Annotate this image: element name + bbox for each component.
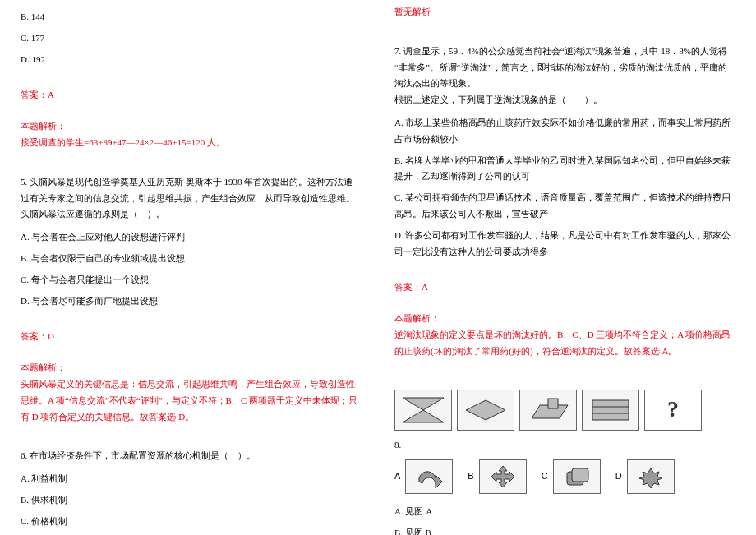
q8-choice-c-label: C [542, 468, 548, 485]
q7-explanation-label: 本题解析： [394, 311, 735, 327]
q8-choice-b-icon [479, 459, 527, 494]
q4-option-d: D. 192 [21, 52, 362, 68]
q8-choice-a-icon [405, 459, 453, 494]
q8-fig-1-icon [394, 390, 452, 431]
q8-fig-2-icon [457, 390, 514, 431]
q8-choice-d-icon [627, 459, 675, 494]
q5-answer: 答案：D [21, 329, 362, 345]
q7-option-d: D. 许多公司都有对工作发牢骚的人，结果，凡是公司中有对工作发牢骚的人，那家公司… [394, 228, 735, 261]
q5-explanation-text: 头脑风暴定义的关键信息是：信息交流，引起思维共鸣，产生组合效应，导致创造性思维。… [21, 376, 362, 425]
no-explanation: 暂无解析 [394, 4, 735, 21]
q8-option-b: B. 见图 B [394, 525, 735, 535]
q8-fig-4-icon [582, 390, 639, 431]
q8-choice-a-label: A [394, 468, 400, 485]
q5-stem: 5. 头脑风暴是现代创造学奠基人亚历克斯·奥斯本于 1938 年首次提出的。这种… [21, 174, 362, 223]
q7-explanation-text: 逆淘汰现象的定义要点是坏的淘汰好的。B、C、D 三项均不符合定义；A 项价格高昂… [394, 327, 735, 360]
q8-choice-b-label: B [468, 468, 473, 485]
svg-marker-10 [639, 468, 662, 488]
svg-marker-7 [491, 466, 514, 487]
q5-explanation-label: 本题解析： [21, 360, 362, 376]
svg-rect-9 [572, 468, 588, 482]
q6-option-c: C. 价格机制 [21, 514, 362, 530]
q8-option-a: A. 见图 A [394, 504, 735, 520]
q4-answer: 答案：A [21, 87, 362, 104]
q6-stem: 6. 在市场经济条件下，市场配置资源的核心机制是（ ）。 [21, 448, 362, 464]
q8-question-mark-icon: ? [644, 390, 702, 431]
svg-marker-0 [403, 398, 444, 422]
q4-option-c: C. 177 [21, 30, 362, 47]
left-column: B. 144 C. 177 D. 192 答案：A 本题解析： 接受调查的学生=… [12, 4, 378, 531]
q5-option-b: B. 与会者仅限于自己的专业领域提出设想 [21, 251, 362, 267]
q5-option-a: A. 与会者在会上应对他人的设想进行评判 [21, 229, 362, 246]
q5-option-c: C. 每个与会者只能提出一个设想 [21, 272, 362, 288]
svg-rect-3 [548, 399, 558, 408]
q4-option-b: B. 144 [21, 9, 362, 25]
q7-option-b: B. 名牌大学毕业的甲和普通大学毕业的乙同时进入某国际知名公司，但甲自始终未获提… [394, 153, 735, 186]
q7-stem: 7. 调查显示，59．4%的公众感觉当前社会“逆淘汰”现象普遍，其中 18．8%… [394, 44, 735, 108]
q8-number: 8. [394, 437, 735, 454]
q7-option-a: A. 市场上某些价格高昂的止咳药疗效实际不如价格低廉的常用药，而事实上常用药所占… [394, 115, 735, 148]
q5-option-d: D. 与会者尽可能多而广地提出设想 [21, 293, 362, 310]
svg-rect-4 [592, 400, 629, 420]
q8-figure-sequence: ? [394, 390, 735, 431]
right-column: 暂无解析 7. 调查显示，59．4%的公众感觉当前社会“逆淘汰”现象普遍，其中 … [378, 4, 744, 531]
q7-option-c: C. 某公司拥有领先的卫星通话技术，语音质量高，覆盖范围广，但该技术的维持费用高… [394, 190, 735, 223]
q8-choice-c-icon [553, 459, 601, 494]
q6-option-b: B. 供求机制 [21, 492, 362, 509]
svg-marker-1 [466, 400, 505, 420]
q4-explanation-text: 接受调查的学生=63+89+47—24×2—46+15=120 人。 [21, 135, 362, 151]
q6-option-a: A. 利益机制 [21, 471, 362, 487]
q7-answer: 答案：A [394, 279, 735, 296]
q8-choice-d-label: D [615, 468, 622, 485]
q4-explanation-label: 本题解析： [21, 118, 362, 135]
q8-fig-3-icon [519, 390, 577, 431]
q8-answer-choices: A B C D [394, 459, 735, 494]
